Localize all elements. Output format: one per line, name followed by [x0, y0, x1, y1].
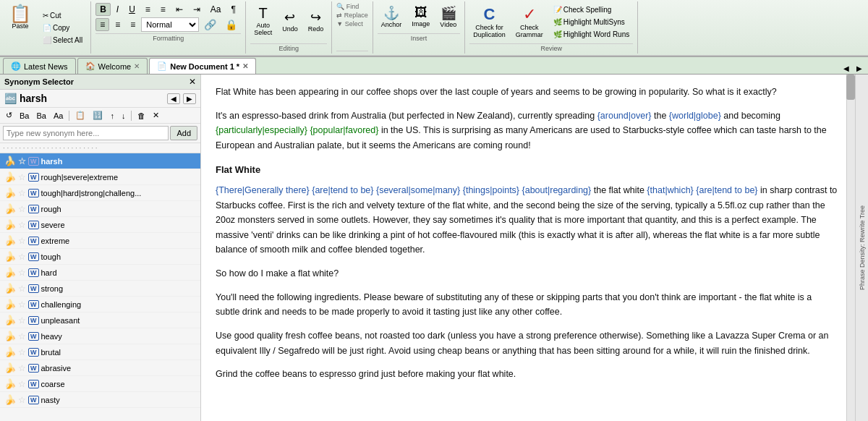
check-duplication-button[interactable]: C Check for Duplication [469, 3, 509, 41]
align-left-button[interactable]: ≡ [95, 18, 109, 31]
select-all-button[interactable]: ⬜ Select All [39, 35, 86, 46]
bold-button[interactable]: B [95, 3, 111, 16]
word-icon-badge: W [28, 252, 39, 261]
doc-para-1: Flat White has been appearing in our cof… [216, 85, 838, 100]
banana-icon: 🍌 [4, 187, 16, 198]
banana-icon: 🍌 [4, 283, 16, 294]
word-icon-badge: W [28, 396, 39, 404]
clipboard-group: 📋 Paste ✂ Cut 📄 Copy ⬜ Select All [0, 1, 91, 54]
syn-toolbar-btn-10[interactable]: ✕ [150, 109, 162, 122]
list-item[interactable]: 🍌 ☆ W harsh [0, 153, 200, 169]
syn-item-label: harsh [41, 157, 63, 166]
syn-item-label: hard [41, 268, 57, 277]
paste-button[interactable]: 📋 Paste [4, 3, 36, 52]
synonym-add-button[interactable]: Add [170, 126, 197, 140]
synonym-prev-button[interactable]: ◀ [167, 93, 180, 104]
list-button-2[interactable]: ≡ [156, 3, 170, 16]
nav-left-button[interactable]: ◀ [841, 63, 852, 74]
cut-button[interactable]: ✂ Cut [39, 10, 86, 21]
star-empty-icon: ☆ [18, 220, 26, 230]
list-item[interactable]: 🍌 ☆ W severe [0, 217, 200, 233]
word-icon-badge: W [28, 380, 39, 388]
syn-toolbar-btn-2[interactable]: Ba [17, 110, 32, 122]
star-empty-icon: ☆ [18, 252, 26, 262]
star-empty-icon: ☆ [18, 268, 26, 278]
tab-welcome[interactable]: 🏠 Welcome ✕ [77, 58, 148, 74]
list-item[interactable]: 🍌 ☆ W rough|severe|extreme [0, 169, 200, 185]
check-grammar-button[interactable]: ✓ Check Grammar [512, 3, 547, 41]
cut-label: Cut [50, 12, 61, 20]
word-icon-badge: W [28, 205, 39, 213]
app-container: 📋 Paste ✂ Cut 📄 Copy ⬜ Select All [0, 0, 868, 421]
syn-toolbar-btn-4[interactable]: Aa [51, 110, 66, 122]
tab-latest-news[interactable]: 🌐 Latest News [3, 58, 76, 74]
banana-icon: 🍌 [4, 331, 16, 341]
undo-icon: ↩ [284, 9, 295, 25]
list-button-1[interactable]: ≡ [141, 3, 155, 16]
list-item[interactable]: 🍌 ☆ W nasty [0, 392, 200, 408]
syn-toolbar-btn-5[interactable]: 📋 [72, 109, 88, 122]
video-button[interactable]: 🎬 Video [436, 3, 460, 30]
nav-right-button[interactable]: ▶ [854, 63, 865, 74]
highlight-word-button[interactable]: 🌿 Highlight Word Runs [550, 29, 634, 40]
style-select[interactable]: Normal [141, 17, 199, 32]
auto-select-button[interactable]: T Auto Select [250, 3, 276, 38]
list-item[interactable]: 🍌 ☆ W heavy [0, 328, 200, 344]
document-scrollbar[interactable] [846, 75, 855, 421]
list-item[interactable]: 🍌 ☆ W tough [0, 249, 200, 265]
syn-toolbar-btn-8[interactable]: ↓ [119, 110, 129, 122]
list-item[interactable]: 🍌 ☆ W abrasive [0, 360, 200, 376]
para-button[interactable]: ¶ [227, 3, 240, 16]
synonym-word-icon: 🔤 [4, 93, 17, 104]
list-item[interactable]: 🍌 ☆ W tough|hard|strong|challeng... [0, 185, 200, 201]
welcome-close-icon[interactable]: ✕ [134, 62, 140, 70]
redo-icon: ↪ [310, 9, 321, 25]
syn-toolbar-btn-3[interactable]: Ba [33, 110, 48, 122]
copy-button[interactable]: 📄 Copy [39, 22, 86, 33]
image-button[interactable]: 🖼 Image [408, 3, 433, 30]
anchor-label: Anchor [381, 21, 402, 28]
aa-button[interactable]: Aa [206, 3, 226, 16]
banana-icon: 🍌 [4, 362, 16, 373]
document-scroll-area[interactable]: Flat White has been appearing in our cof… [201, 75, 855, 421]
synonym-next-button[interactable]: ▶ [183, 93, 196, 104]
anchor-icon: ⚓ [383, 5, 399, 21]
highlight-multi-button[interactable]: 🌿 Highlight MultiSyns [550, 17, 634, 27]
word-icon-badge: W [28, 364, 39, 373]
underline-button[interactable]: U [124, 3, 140, 16]
synonym-panel-close-button[interactable]: ✕ [189, 77, 196, 87]
check-spelling-button[interactable]: 📝 Check Spelling [550, 4, 634, 15]
scrollbar-thumb[interactable] [846, 75, 855, 100]
list-item[interactable]: 🍌 ☆ W brutal [0, 344, 200, 360]
list-item[interactable]: 🍌 ☆ W unpleasant [0, 312, 200, 328]
align-center-button[interactable]: ≡ [111, 18, 124, 31]
syn-toolbar-btn-1[interactable]: ↺ [3, 109, 15, 122]
banana-icon: 🍌 [4, 394, 16, 405]
list-item[interactable]: 🍌 ☆ W coarse [0, 376, 200, 392]
redo-button[interactable]: ↪ Redo [305, 7, 328, 35]
new-doc-close-icon[interactable]: ✕ [242, 62, 248, 70]
star-empty-icon: ☆ [18, 204, 26, 214]
syn-toolbar-btn-6[interactable]: 🔢 [90, 109, 106, 122]
indent-left-button[interactable]: ⇤ [171, 3, 187, 16]
undo-button[interactable]: ↩ Undo [278, 7, 302, 35]
synonym-search-input[interactable] [3, 126, 169, 140]
star-empty-icon: ☆ [18, 284, 26, 294]
lock-button[interactable]: 🔒 [221, 17, 241, 32]
syn-toolbar-btn-7[interactable]: ↑ [107, 110, 117, 122]
word-icon-badge: W [28, 237, 39, 245]
list-item[interactable]: 🍌 ☆ W challenging [0, 297, 200, 312]
align-right-button[interactable]: ≡ [126, 18, 140, 31]
star-empty-icon: ☆ [18, 188, 26, 198]
italic-button[interactable]: I [112, 3, 123, 16]
list-item[interactable]: 🍌 ☆ W rough [0, 201, 200, 217]
formatting-group: B I U ≡ ≡ ⇤ ⇥ Aa ¶ ≡ ≡ ≡ Normal [91, 1, 246, 54]
list-item[interactable]: 🍌 ☆ W extreme [0, 233, 200, 249]
anchor-button[interactable]: ⚓ Anchor [378, 3, 406, 30]
list-item[interactable]: 🍌 ☆ W strong [0, 281, 200, 297]
tab-new-document[interactable]: 📄 New Document 1 * ✕ [149, 58, 256, 74]
link-button[interactable]: 🔗 [200, 17, 220, 32]
syn-toolbar-btn-9[interactable]: 🗑 [135, 110, 148, 122]
indent-right-button[interactable]: ⇥ [189, 3, 205, 16]
list-item[interactable]: 🍌 ☆ W hard [0, 265, 200, 281]
